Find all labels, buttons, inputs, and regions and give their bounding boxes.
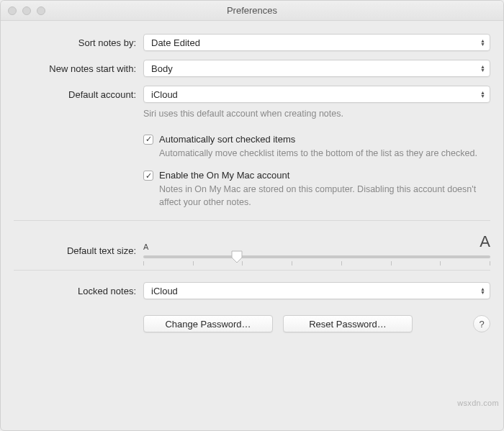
text-size-slider[interactable]: A A xyxy=(143,232,490,258)
slider-track[interactable] xyxy=(143,255,490,258)
close-window-icon[interactable] xyxy=(8,6,17,15)
new-notes-label: New notes start with: xyxy=(14,60,143,74)
slider-max-label: A xyxy=(480,232,490,251)
sort-notes-select[interactable]: Date Edited ▲▼ xyxy=(143,34,490,51)
on-my-mac-checkbox[interactable]: ✓ xyxy=(143,171,153,181)
auto-sort-hint: Automatically move checklist items to th… xyxy=(159,148,490,160)
content-area: Sort notes by: Date Edited ▲▼ New notes … xyxy=(1,21,503,350)
window-title: Preferences xyxy=(227,5,277,16)
auto-sort-checkbox[interactable]: ✓ xyxy=(143,135,153,145)
watermark-text: wsxdn.com xyxy=(457,399,499,407)
auto-sort-label: Automatically sort checked items xyxy=(159,134,490,145)
minimize-window-icon[interactable] xyxy=(22,6,31,15)
new-notes-value: Body xyxy=(151,63,173,74)
default-account-value: iCloud xyxy=(151,89,178,100)
sort-notes-value: Date Edited xyxy=(151,37,200,48)
preferences-window: Preferences Sort notes by: Date Edited ▲… xyxy=(0,0,504,431)
slider-thumb[interactable] xyxy=(231,250,243,263)
slider-min-label: A xyxy=(143,242,148,251)
locked-notes-value: iCloud xyxy=(151,286,178,296)
help-icon: ? xyxy=(479,319,484,330)
section-divider xyxy=(14,270,490,271)
change-password-button[interactable]: Change Password… xyxy=(143,315,273,332)
chevron-updown-icon: ▲▼ xyxy=(480,65,485,72)
chevron-updown-icon: ▲▼ xyxy=(480,287,485,294)
chevron-updown-icon: ▲▼ xyxy=(480,91,485,98)
locked-notes-select[interactable]: iCloud ▲▼ xyxy=(143,282,490,299)
help-button[interactable]: ? xyxy=(473,315,490,332)
zoom-window-icon[interactable] xyxy=(37,6,45,15)
default-account-label: Default account: xyxy=(14,86,143,100)
on-my-mac-label: Enable the On My Mac account xyxy=(159,170,490,181)
text-size-label: Default text size: xyxy=(14,235,143,256)
default-account-hint: Siri uses this default account when crea… xyxy=(143,108,490,121)
new-notes-select[interactable]: Body ▲▼ xyxy=(143,60,490,77)
chevron-updown-icon: ▲▼ xyxy=(480,39,485,46)
reset-password-button[interactable]: Reset Password… xyxy=(283,315,413,332)
on-my-mac-hint: Notes in On My Mac are stored on this co… xyxy=(159,183,490,209)
window-controls xyxy=(8,6,45,15)
section-divider xyxy=(14,220,490,221)
sort-notes-label: Sort notes by: xyxy=(14,34,143,48)
default-account-select[interactable]: iCloud ▲▼ xyxy=(143,86,490,103)
titlebar: Preferences xyxy=(1,1,503,21)
locked-notes-label: Locked notes: xyxy=(14,282,143,296)
